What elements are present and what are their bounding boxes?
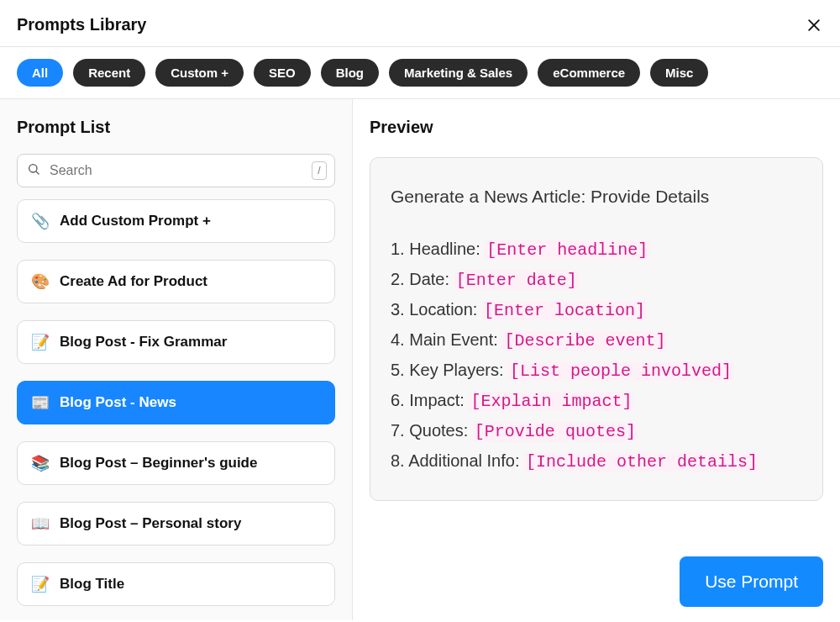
preview-field: 2. Date: [Enter date] bbox=[391, 265, 802, 295]
books-icon: 📚 bbox=[31, 454, 50, 472]
field-num: 3. bbox=[391, 300, 405, 319]
field-label: Date: bbox=[409, 270, 449, 288]
tab-misc[interactable]: Misc bbox=[650, 59, 708, 87]
prompt-item-label: Add Custom Prompt + bbox=[60, 213, 211, 229]
main-columns: Prompt List / 📎 Add Custom Prompt + 🎨 Cr… bbox=[0, 99, 840, 620]
memo-icon: 📝 bbox=[31, 333, 50, 351]
prompt-item-news[interactable]: 📰 Blog Post - News bbox=[17, 381, 335, 424]
field-num: 2. bbox=[391, 270, 405, 288]
field-label: Quotes: bbox=[409, 421, 468, 440]
prompt-item-blog-title[interactable]: 📝 Blog Title bbox=[17, 562, 335, 606]
slash-shortcut-badge: / bbox=[312, 161, 327, 180]
preview-field: 4. Main Event: [Describe event] bbox=[391, 325, 802, 356]
prompt-item-beginners-guide[interactable]: 📚 Blog Post – Beginner's guide bbox=[17, 441, 335, 485]
field-label: Impact: bbox=[409, 391, 465, 409]
tab-ecommerce[interactable]: eCommerce bbox=[538, 59, 640, 87]
tab-marketing-sales[interactable]: Marketing & Sales bbox=[389, 59, 528, 87]
memo-icon: 📝 bbox=[31, 575, 50, 593]
page-title: Prompts Library bbox=[17, 15, 146, 34]
paperclip-icon: 📎 bbox=[31, 212, 50, 230]
category-tabs: All Recent Custom + SEO Blog Marketing &… bbox=[0, 47, 840, 99]
field-placeholder: [Enter location] bbox=[482, 301, 647, 320]
close-icon bbox=[806, 17, 822, 34]
prompt-item-label: Create Ad for Product bbox=[60, 273, 207, 290]
field-label: Location: bbox=[409, 300, 477, 319]
field-num: 7. bbox=[391, 421, 405, 440]
preview-panel: Preview Generate a News Article: Provide… bbox=[353, 99, 840, 620]
field-placeholder: [Explain impact] bbox=[469, 392, 633, 411]
prompt-item-create-ad[interactable]: 🎨 Create Ad for Product bbox=[17, 260, 335, 303]
field-placeholder: [Describe event] bbox=[502, 331, 667, 351]
tab-seo[interactable]: SEO bbox=[254, 59, 311, 87]
newspaper-icon: 📰 bbox=[31, 393, 50, 412]
preview-field: 7. Quotes: [Provide quotes] bbox=[391, 416, 802, 446]
field-num: 5. bbox=[391, 361, 405, 379]
preview-box: Generate a News Article: Provide Details… bbox=[370, 157, 823, 501]
prompt-list-title: Prompt List bbox=[17, 118, 335, 137]
prompt-item-label: Blog Post – Beginner's guide bbox=[60, 455, 257, 472]
field-label: Key Players: bbox=[409, 361, 503, 379]
svg-point-2 bbox=[29, 165, 37, 172]
close-button[interactable] bbox=[805, 16, 823, 34]
preview-title: Preview bbox=[370, 118, 823, 137]
field-label: Headline: bbox=[409, 240, 480, 258]
tab-blog[interactable]: Blog bbox=[321, 59, 379, 87]
field-placeholder: [Enter headline] bbox=[485, 240, 649, 260]
tab-custom[interactable]: Custom + bbox=[155, 59, 244, 87]
field-num: 4. bbox=[391, 330, 405, 349]
prompt-item-add-custom[interactable]: 📎 Add Custom Prompt + bbox=[17, 199, 335, 243]
prompt-list: 📎 Add Custom Prompt + 🎨 Create Ad for Pr… bbox=[17, 199, 335, 606]
prompt-list-panel: Prompt List / 📎 Add Custom Prompt + 🎨 Cr… bbox=[0, 99, 353, 620]
header: Prompts Library bbox=[0, 0, 840, 47]
prompt-item-label: Blog Post - News bbox=[60, 394, 176, 411]
field-placeholder: [Include other details] bbox=[524, 452, 759, 472]
tab-all[interactable]: All bbox=[17, 59, 63, 87]
preview-heading: Generate a News Article: Provide Details bbox=[391, 182, 802, 213]
prompt-item-label: Blog Post – Personal story bbox=[60, 515, 241, 532]
search-icon bbox=[27, 162, 40, 179]
svg-line-3 bbox=[36, 171, 39, 174]
preview-field: 5. Key Players: [List people involved] bbox=[391, 356, 802, 386]
field-placeholder: [Provide quotes] bbox=[473, 422, 638, 441]
field-placeholder: [List people involved] bbox=[508, 361, 733, 381]
use-prompt-button[interactable]: Use Prompt bbox=[680, 556, 823, 607]
open-book-icon: 📖 bbox=[31, 514, 50, 533]
prompt-item-label: Blog Title bbox=[60, 576, 124, 593]
tab-recent[interactable]: Recent bbox=[73, 59, 145, 87]
field-num: 1. bbox=[391, 240, 405, 258]
preview-field-list: 1. Headline: [Enter headline] 2. Date: [… bbox=[391, 235, 802, 477]
field-num: 8. bbox=[391, 451, 405, 470]
preview-field: 1. Headline: [Enter headline] bbox=[391, 235, 802, 265]
preview-field: 8. Additional Info: [Include other detai… bbox=[391, 446, 802, 477]
prompt-item-fix-grammar[interactable]: 📝 Blog Post - Fix Grammar bbox=[17, 320, 335, 364]
search-wrap: / bbox=[17, 154, 335, 187]
preview-field: 3. Location: [Enter location] bbox=[391, 295, 802, 325]
field-label: Main Event: bbox=[409, 330, 498, 349]
palette-icon: 🎨 bbox=[31, 272, 50, 291]
prompt-item-personal-story[interactable]: 📖 Blog Post – Personal story bbox=[17, 502, 335, 546]
prompt-item-label: Blog Post - Fix Grammar bbox=[60, 334, 227, 351]
field-num: 6. bbox=[391, 391, 405, 409]
field-placeholder: [Enter date] bbox=[454, 271, 579, 290]
preview-field: 6. Impact: [Explain impact] bbox=[391, 386, 802, 416]
field-label: Additional Info: bbox=[408, 451, 519, 470]
search-input[interactable] bbox=[17, 154, 335, 187]
